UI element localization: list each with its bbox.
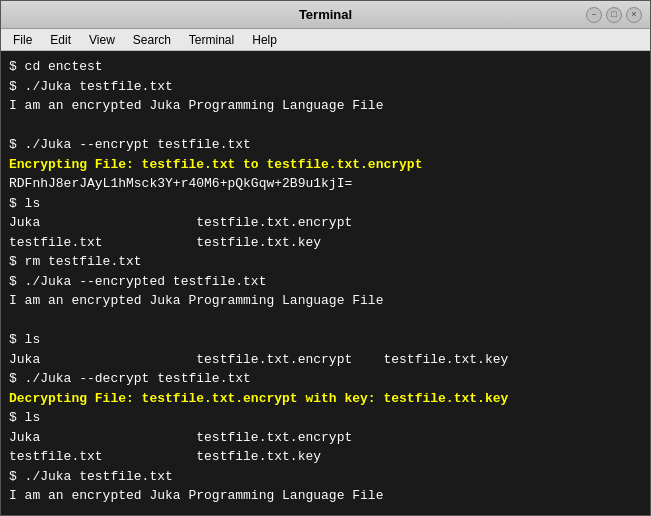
maximize-button[interactable]: □: [606, 7, 622, 23]
terminal-line: testfile.txt testfile.txt.key: [9, 447, 642, 467]
menu-terminal[interactable]: Terminal: [181, 31, 242, 49]
terminal-line: Juka testfile.txt.encrypt: [9, 213, 642, 233]
window-controls: – □ ×: [586, 7, 642, 23]
terminal-line: $ ./Juka testfile.txt: [9, 77, 642, 97]
window-title: Terminal: [299, 7, 352, 22]
terminal-line: $ ls: [9, 330, 642, 350]
terminal-line: $ ./Juka --encrypted testfile.txt: [9, 272, 642, 292]
terminal-line-highlight: Decrypting File: testfile.txt.encrypt wi…: [9, 389, 642, 409]
menu-help[interactable]: Help: [244, 31, 285, 49]
close-button[interactable]: ×: [626, 7, 642, 23]
titlebar: Terminal – □ ×: [1, 1, 650, 29]
terminal-line: I am an encrypted Juka Programming Langu…: [9, 486, 642, 506]
terminal-line: $ ls: [9, 194, 642, 214]
menu-view[interactable]: View: [81, 31, 123, 49]
terminal-line: $ ./Juka --decrypt testfile.txt: [9, 369, 642, 389]
terminal-line: I am an encrypted Juka Programming Langu…: [9, 291, 642, 311]
terminal-line: Juka testfile.txt.encrypt: [9, 428, 642, 448]
menu-edit[interactable]: Edit: [42, 31, 79, 49]
terminal-output[interactable]: $ cd enctest $ ./Juka testfile.txt I am …: [1, 51, 650, 515]
terminal-line-empty: [9, 311, 642, 331]
terminal-line: $ rm testfile.txt: [9, 252, 642, 272]
terminal-line-empty: [9, 506, 642, 516]
terminal-line: testfile.txt testfile.txt.key: [9, 233, 642, 253]
menubar: File Edit View Search Terminal Help: [1, 29, 650, 51]
terminal-line: RDFnhJ8erJAyL1hMsck3Y+r40M6+pQkGqw+2B9u1…: [9, 174, 642, 194]
terminal-line: Juka testfile.txt.encrypt testfile.txt.k…: [9, 350, 642, 370]
terminal-line-highlight: Encrypting File: testfile.txt to testfil…: [9, 155, 642, 175]
terminal-line: $ cd enctest: [9, 57, 642, 77]
terminal-line: $ ./Juka testfile.txt: [9, 467, 642, 487]
terminal-line: I am an encrypted Juka Programming Langu…: [9, 96, 642, 116]
terminal-line: $ ls: [9, 408, 642, 428]
menu-search[interactable]: Search: [125, 31, 179, 49]
menu-file[interactable]: File: [5, 31, 40, 49]
minimize-button[interactable]: –: [586, 7, 602, 23]
terminal-line-empty: [9, 116, 642, 136]
terminal-window: Terminal – □ × File Edit View Search Ter…: [0, 0, 651, 516]
terminal-line: $ ./Juka --encrypt testfile.txt: [9, 135, 642, 155]
